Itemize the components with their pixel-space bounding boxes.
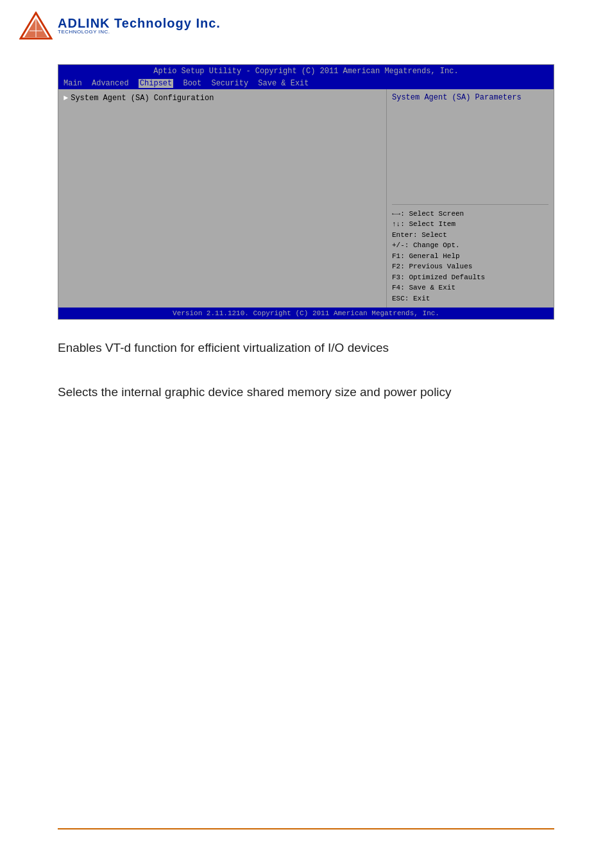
keybind-select-item: ↑↓: Select Item <box>392 219 548 230</box>
bios-footer-text: Version 2.11.1210. Copyright (C) 2011 Am… <box>173 309 439 317</box>
bios-body: ► System Agent (SA) Configuration System… <box>58 89 554 308</box>
bios-entry-sa-config[interactable]: ► System Agent (SA) Configuration <box>64 93 381 103</box>
keybind-f4: F4: Save & Exit <box>392 282 548 293</box>
header: ADLINK Technology Inc. TECHNOLOGY INC. <box>0 0 612 51</box>
bios-right-title: System Agent (SA) Parameters <box>392 93 548 102</box>
keybind-f3: F3: Optimized Defaults <box>392 272 548 283</box>
keybind-f1: F1: General Help <box>392 251 548 262</box>
description-2-section: Selects the internal graphic device shar… <box>58 383 554 402</box>
description-2-text: Selects the internal graphic device shar… <box>58 383 554 402</box>
bios-menu-bar[interactable]: Main Advanced Chipset Boot Security Save… <box>58 78 554 89</box>
bios-entry-sa-config-label: System Agent (SA) Configuration <box>71 94 214 103</box>
keybind-select-screen: ←→: Select Screen <box>392 209 548 220</box>
logo: ADLINK Technology Inc. TECHNOLOGY INC. <box>19 12 221 40</box>
bios-menu-main[interactable]: Main <box>64 79 82 88</box>
description-1-text: Enables VT-d function for efficient virt… <box>58 339 554 358</box>
bios-menu-chipset[interactable]: Chipset <box>139 79 173 88</box>
bios-keybinds: ←→: Select Screen ↑↓: Select Item Enter:… <box>392 205 548 304</box>
bios-menu-save-exit[interactable]: Save & Exit <box>258 79 309 88</box>
bios-footer-bar: Version 2.11.1210. Copyright (C) 2011 Am… <box>58 308 554 319</box>
logo-subtitle-label: TECHNOLOGY INC. <box>58 30 221 35</box>
bios-screen: Aptio Setup Utility - Copyright (C) 2011… <box>58 64 554 320</box>
bios-right-panel: System Agent (SA) Parameters ←→: Select … <box>387 89 554 308</box>
logo-adlink-label: ADLINK Technology Inc. <box>58 17 221 30</box>
bios-title-text: Aptio Setup Utility - Copyright (C) 2011… <box>153 67 458 76</box>
keybind-f2: F2: Previous Values <box>392 261 548 272</box>
description-1-section: Enables VT-d function for efficient virt… <box>58 339 554 358</box>
bottom-divider <box>58 828 554 829</box>
bios-menu-boot[interactable]: Boot <box>183 79 201 88</box>
bios-title-bar: Aptio Setup Utility - Copyright (C) 2011… <box>58 65 554 78</box>
keybind-enter: Enter: Select <box>392 230 548 241</box>
keybind-esc: ESC: Exit <box>392 293 548 304</box>
bios-menu-advanced[interactable]: Advanced <box>92 79 129 88</box>
adlink-logo-icon <box>19 12 53 40</box>
logo-text: ADLINK Technology Inc. TECHNOLOGY INC. <box>58 17 221 35</box>
bios-left-panel: ► System Agent (SA) Configuration <box>58 89 387 308</box>
entry-arrow-icon: ► <box>64 94 68 103</box>
keybind-change-opt: +/-: Change Opt. <box>392 240 548 251</box>
bios-menu-security[interactable]: Security <box>211 79 248 88</box>
